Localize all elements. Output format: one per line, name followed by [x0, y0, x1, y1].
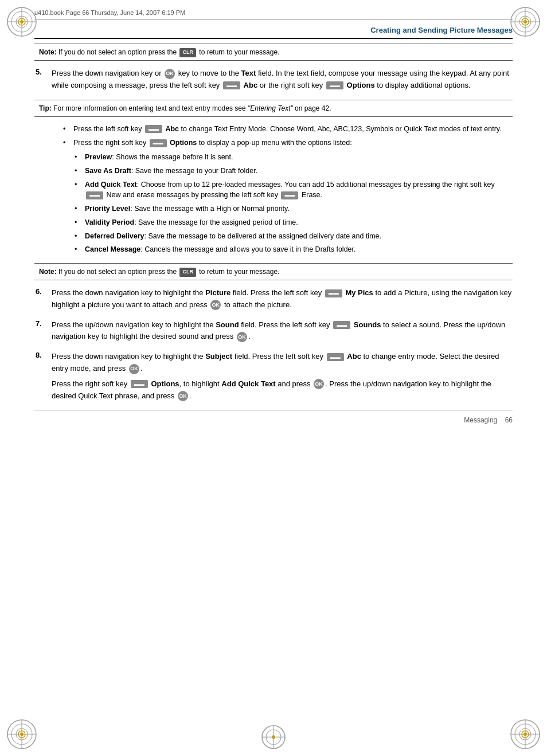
step5-abc-label: Abc	[244, 81, 258, 89]
tip-italic: "Entering Text"	[248, 104, 293, 112]
sub-bullet-preview: • Preview: Shows the message before it i…	[75, 152, 513, 163]
note-text-2b: to return to your message.	[199, 268, 279, 276]
footer-page-num: 66	[505, 416, 513, 424]
note-label-2: Note:	[39, 268, 57, 276]
step7-sounds: Sounds	[354, 320, 381, 329]
step5-bold-text: Text	[241, 69, 256, 77]
footer-label: Messaging 66	[464, 416, 513, 424]
book-info: u410.book Page 66 Thursday, June 14, 200…	[34, 6, 513, 20]
step-8-num: 8.	[36, 351, 52, 402]
bullet-1-marker: •	[63, 124, 71, 135]
sub-bullet-addquick: • Add Quick Text: Choose from up to 12 p…	[75, 179, 513, 201]
corner-decoration-br	[508, 717, 542, 751]
clr-button-1: CLR	[179, 48, 196, 57]
step8-options: Options	[151, 379, 179, 388]
section-title-text: Creating and Sending Picture Messages	[370, 26, 513, 34]
sub-bullet-cancel: • Cancel Message: Cancels the message an…	[75, 244, 513, 255]
bullet-2-marker: •	[63, 138, 71, 148]
validity-label: Validity Period	[85, 218, 134, 226]
tip-label: Tip:	[39, 104, 52, 112]
tip-text-end: on page 42.	[295, 104, 331, 112]
sub-bullet-priority: • Priority Level: Save the message with …	[75, 203, 513, 214]
step8-addquick: Add Quick Text	[221, 379, 275, 388]
step-7-content: Press the up/down navigation key to high…	[52, 319, 513, 343]
sub-bullet-priority-content: Priority Level: Save the message with a …	[85, 203, 290, 214]
soft-key-abc-b1: ▬▬	[145, 125, 162, 133]
svg-point-26	[523, 733, 527, 736]
sub-bullet-section: • Preview: Shows the message before it i…	[63, 152, 513, 255]
sub-bullet-deferred-content: Deferred Delivery: Save the message to b…	[85, 231, 381, 242]
step-6-num: 6.	[36, 287, 52, 311]
addquick-label: Add Quick Text	[85, 181, 137, 189]
sub-bullet-saveas-marker: •	[75, 166, 83, 177]
step-8-content: Press the down navigation key to highlig…	[52, 351, 513, 402]
step6-picture: Picture	[205, 288, 230, 297]
note-box-2: Note: If you do not select an option pre…	[34, 263, 513, 280]
soft-key-options-s8: ▬▬	[131, 380, 148, 388]
deferred-label: Deferred Delivery	[85, 232, 144, 240]
soft-key-sounds: ▬▬	[333, 321, 350, 329]
sub-bullet-priority-marker: •	[75, 203, 83, 214]
bullet-2-content: Press the right soft key ▬▬ Options to d…	[73, 138, 513, 148]
sub-bullet-validity-content: Validity Period: Save the message for th…	[85, 217, 298, 228]
bullet-item-1: • Press the left soft key ▬▬ Abc to chan…	[63, 124, 513, 135]
sub-bullet-saveas: • Save As Draft: Save the message to you…	[75, 166, 513, 177]
step-5: 5. Press the down navigation key or OK k…	[34, 68, 513, 92]
step7-sound: Sound	[216, 320, 239, 329]
note-label-1: Note:	[39, 48, 57, 56]
tip-text: For more information on entering text an…	[53, 104, 248, 112]
ok-button-step8c: OK	[178, 391, 188, 401]
saveas-label: Save As Draft	[85, 167, 131, 175]
soft-key-new-aq: ▬▬	[86, 191, 103, 199]
note-text-1b: to return to your message.	[199, 48, 279, 56]
sub-bullet-addquick-marker: •	[75, 179, 83, 190]
book-info-text: u410.book Page 66 Thursday, June 14, 200…	[34, 9, 185, 16]
sub-bullet-preview-content: Preview: Shows the message before it is …	[85, 152, 233, 163]
sub-bullet-cancel-content: Cancel Message: Cancels the message and …	[85, 244, 355, 255]
soft-key-options-b2: ▬▬	[150, 139, 167, 147]
bullet-section: • Press the left soft key ▬▬ Abc to chan…	[34, 124, 513, 256]
ok-button-step6: OK	[210, 300, 221, 310]
cancel-label: Cancel Message	[85, 245, 140, 253]
b1-abc: Abc	[165, 125, 179, 133]
step-6: 6. Press the down navigation key to high…	[34, 287, 513, 311]
page-footer: Messaging 66	[34, 410, 513, 430]
corner-decoration-tl	[5, 5, 39, 39]
soft-key-abc-s8: ▬▬	[327, 353, 344, 361]
step-5-num: 5.	[36, 68, 52, 92]
step-8-para1: Press the down navigation key to highlig…	[52, 351, 513, 375]
main-content: u410.book Page 66 Thursday, June 14, 200…	[34, 0, 513, 430]
step-7-num: 7.	[36, 319, 52, 343]
sub-bullet-deferred: • Deferred Delivery: Save the message to…	[75, 231, 513, 242]
ok-button-step5: OK	[165, 69, 175, 79]
step5-options-label: Options	[347, 81, 375, 89]
note-text-2: If you do not select an option press the	[58, 268, 178, 276]
section-title: Creating and Sending Picture Messages	[34, 20, 513, 39]
bullet-item-2: • Press the right soft key ▬▬ Options to…	[63, 138, 513, 148]
soft-key-mypics: ▬▬	[325, 289, 342, 297]
sub-bullet-validity: • Validity Period: Save the message for …	[75, 217, 513, 228]
step-6-content: Press the down navigation key to highlig…	[52, 287, 513, 311]
ok-button-step7: OK	[237, 332, 247, 342]
priority-label: Priority Level	[85, 205, 130, 213]
step-8-para2: Press the right soft key ▬▬ Options, to …	[52, 378, 513, 402]
step8-subject: Subject	[205, 352, 232, 361]
step6-mypics: My Pics	[345, 288, 373, 297]
svg-point-32	[272, 735, 275, 739]
ok-button-step8a: OK	[129, 364, 139, 374]
step-8: 8. Press the down navigation key to high…	[34, 351, 513, 402]
svg-point-5	[20, 20, 24, 23]
bullet-1-content: Press the left soft key ▬▬ Abc to change…	[73, 124, 513, 135]
clr-button-2: CLR	[179, 268, 196, 277]
center-bottom-decoration	[259, 723, 288, 751]
sub-bullet-cancel-marker: •	[75, 244, 83, 255]
soft-key-abc-step5: ▬▬	[223, 81, 240, 89]
tip-box: Tip: For more information on entering te…	[34, 100, 513, 117]
step-7: 7. Press the up/down navigation key to h…	[34, 319, 513, 343]
b2-options: Options	[170, 139, 197, 147]
sub-bullet-preview-marker: •	[75, 152, 83, 163]
corner-decoration-bl	[5, 717, 39, 751]
ok-button-step8b: OK	[314, 379, 324, 389]
preview-label: Preview	[85, 153, 112, 161]
note-text-1: If you do not select an option press the	[58, 48, 178, 56]
